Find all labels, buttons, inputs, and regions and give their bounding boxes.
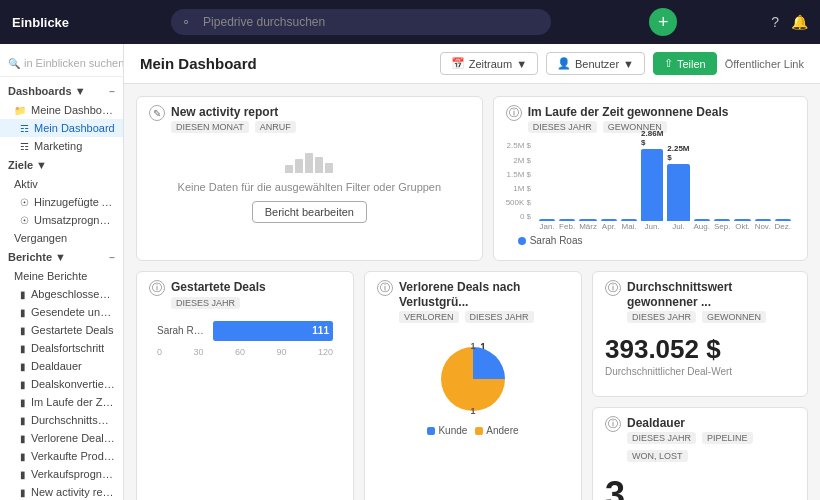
- report-icon-3: ▮: [20, 325, 26, 336]
- sidebar-item-mein-dashboard[interactable]: ☶ Mein Dashboard: [0, 119, 123, 137]
- report-icon-4: ▮: [20, 343, 26, 354]
- h-bar-row: Sarah Roas 111: [157, 321, 333, 341]
- avg-title: Durchschnittswert gewonnener ...: [627, 280, 795, 309]
- axis-90: 90: [276, 347, 286, 357]
- duration-body: 3 Tage (Durchschnitt): [593, 466, 807, 500]
- bar-mai: Mai.: [621, 219, 637, 231]
- bar-dez: Dez.: [775, 219, 791, 231]
- report-icon-6: ▮: [20, 379, 26, 390]
- sidebar-section-ziele[interactable]: Ziele ▼: [0, 155, 123, 175]
- pie-svg-2: 1 1: [433, 339, 513, 419]
- gestartete-body: Sarah Roas 111 0 30 60 90 120: [137, 313, 353, 373]
- pie-chart: 1: [433, 339, 513, 419]
- sidebar-item-dealsfortschritt[interactable]: ▮ Dealsfortschritt: [0, 339, 123, 357]
- bar-label: Nov.: [755, 222, 771, 231]
- legend-dot-andere: [475, 427, 483, 435]
- bar-okt: Okt.: [734, 219, 750, 231]
- sidebar-search[interactable]: 🔍 +: [0, 50, 123, 77]
- y-label-5: 500K $: [506, 198, 531, 207]
- sidebar-search-input[interactable]: [24, 57, 124, 69]
- bar-label: Jan.: [540, 222, 555, 231]
- verlorene-sub1: VERLOREN: [399, 311, 459, 323]
- sidebar-item-label: Marketing: [34, 140, 82, 152]
- benutzer-chevron: ▼: [623, 58, 634, 70]
- verlorene-title: Verlorene Deals nach Verlustgrü...: [399, 280, 569, 309]
- sidebar-item-verlorene[interactable]: ▮ Verlorene Deals nach Ve...: [0, 429, 123, 447]
- bar-label: Okt.: [735, 222, 750, 231]
- sidebar-section-berichte-label: Berichte ▼: [8, 251, 66, 263]
- bar-label: Mai.: [621, 222, 636, 231]
- search-input[interactable]: [171, 9, 551, 35]
- public-link[interactable]: Öffentlicher Link: [725, 58, 804, 70]
- notification-icon-btn[interactable]: 🔔: [791, 14, 808, 30]
- main-header: Mein Dashboard 📅 Zeitraum ▼ 👤 Benutzer ▼…: [124, 44, 820, 84]
- sidebar-item-meine-dashboards[interactable]: 📁 Meine Dashboards: [0, 101, 123, 119]
- axis-30: 30: [193, 347, 203, 357]
- sidebar-section-berichte[interactable]: Berichte ▼ −: [0, 247, 123, 267]
- chart-container: 2.5M $ 2M $ 1.5M $ 1M $ 500K $ 0 $: [506, 141, 795, 231]
- add-button[interactable]: +: [649, 8, 677, 36]
- report-icon-8: ▮: [20, 415, 26, 426]
- sidebar-item-dealskonvertierung[interactable]: ▮ Dealskonvertierung: [0, 375, 123, 393]
- header-actions: 📅 Zeitraum ▼ 👤 Benutzer ▼ ⇧ Teilen Öffen…: [440, 52, 804, 75]
- goal-icon: ☉: [20, 197, 29, 208]
- pie-legend: Kunde Andere: [427, 425, 518, 436]
- collapse-icon-dashboards: −: [109, 86, 115, 97]
- gestartete-subtitle: DIESES JAHR: [171, 297, 266, 309]
- deals-over-time-body: 2.5M $ 2M $ 1.5M $ 1M $ 500K $ 0 $: [494, 137, 807, 260]
- duration-value: 3: [605, 474, 795, 500]
- bar-fill: [714, 219, 730, 221]
- sidebar-item-verkaufte[interactable]: ▮ Verkaufte Produkte: [0, 447, 123, 465]
- bar-value-label: 2.86M $: [641, 129, 663, 147]
- bar-fill: [755, 219, 771, 221]
- sidebar-item-aktiv[interactable]: Aktiv: [0, 175, 123, 193]
- sidebar-item-label: Aktiv: [14, 178, 38, 190]
- info-icon-deals: ⓘ: [506, 105, 522, 121]
- bar-label: Jul.: [672, 222, 684, 231]
- teilen-button[interactable]: ⇧ Teilen: [653, 52, 717, 75]
- help-icon-btn[interactable]: ?: [771, 14, 779, 30]
- sidebar-item-meine-berichte[interactable]: Meine Berichte: [0, 267, 123, 285]
- avg-value: 393.052 $: [605, 335, 795, 364]
- zeitraum-button[interactable]: 📅 Zeitraum ▼: [440, 52, 538, 75]
- sidebar-item-new-activity[interactable]: ▮ New activity report: [0, 483, 123, 500]
- bar-label: Dez.: [775, 222, 791, 231]
- sidebar-item-gestartete[interactable]: ▮ Gestartete Deals: [0, 321, 123, 339]
- sidebar-item-vergangen[interactable]: Vergangen: [0, 229, 123, 247]
- sidebar-item-abgeschlossene[interactable]: ▮ Abgeschlossene und ge...: [0, 285, 123, 303]
- sidebar-item-marketing[interactable]: ☶ Marketing: [0, 137, 123, 155]
- benutzer-button[interactable]: 👤 Benutzer ▼: [546, 52, 645, 75]
- sidebar-item-label: Umsatzprognose Sarah ...: [34, 214, 115, 226]
- y-label-1: 2.5M $: [507, 141, 531, 150]
- sidebar-item-label: Hinzugefügte Aktivitäte...: [34, 196, 115, 208]
- h-bar-track: 111: [213, 321, 333, 341]
- bar-label: März: [579, 222, 597, 231]
- sidebar-item-umsatzprognose[interactable]: ☉ Umsatzprognose Sarah ...: [0, 211, 123, 229]
- sidebar-item-label: Verkaufte Produkte: [31, 450, 115, 462]
- sidebar-item-durchschnitt[interactable]: ▮ Durchschnittswert gew...: [0, 411, 123, 429]
- global-search[interactable]: ⚬: [171, 9, 551, 35]
- dashboard-icon: ☶: [20, 123, 29, 134]
- sidebar-item-gesendete[interactable]: ▮ Gesendete und empfan...: [0, 303, 123, 321]
- chart-legend: Sarah Roas: [506, 231, 795, 250]
- sidebar-item-im-laufe[interactable]: ▮ Im Laufe der Zeit gew...: [0, 393, 123, 411]
- sidebar-item-hinzugefuegte[interactable]: ☉ Hinzugefügte Aktivitäte...: [0, 193, 123, 211]
- avg-body: 393.052 $ Durchschnittlicher Deal-Wert: [593, 327, 807, 387]
- info-icon-activity: ✎: [149, 105, 165, 121]
- sidebar-item-label: Meine Berichte: [14, 270, 87, 282]
- edit-report-button[interactable]: Bericht bearbeiten: [252, 201, 367, 223]
- zeitraum-chevron: ▼: [516, 58, 527, 70]
- bar-fill: [539, 219, 555, 221]
- deals-over-time-title: Im Laufe der Zeit gewonnene Deals: [528, 105, 729, 119]
- avg-sub2: GEWONNEN: [702, 311, 766, 323]
- h-bar-fill: 111: [213, 321, 333, 341]
- right-column: ⓘ Durchschnittswert gewonnener ... DIESE…: [592, 271, 808, 500]
- dur-sub2: PIPELINE: [702, 432, 753, 444]
- sidebar-section-dashboards[interactable]: Dashboards ▼ −: [0, 81, 123, 101]
- bar-value-label-jul: 2.25M $: [667, 144, 689, 162]
- sidebar-item-verkaufsprognose[interactable]: ▮ Verkaufsprognose: [0, 465, 123, 483]
- sidebar-item-dealdauer[interactable]: ▮ Dealdauer: [0, 357, 123, 375]
- gestartete-header: ⓘ Gestartete Deals DIESES JAHR: [137, 272, 353, 312]
- legend-dot-kunde: [427, 427, 435, 435]
- activity-report-card: ✎ New activity report DIESEN MONAT ANRUF: [136, 96, 483, 261]
